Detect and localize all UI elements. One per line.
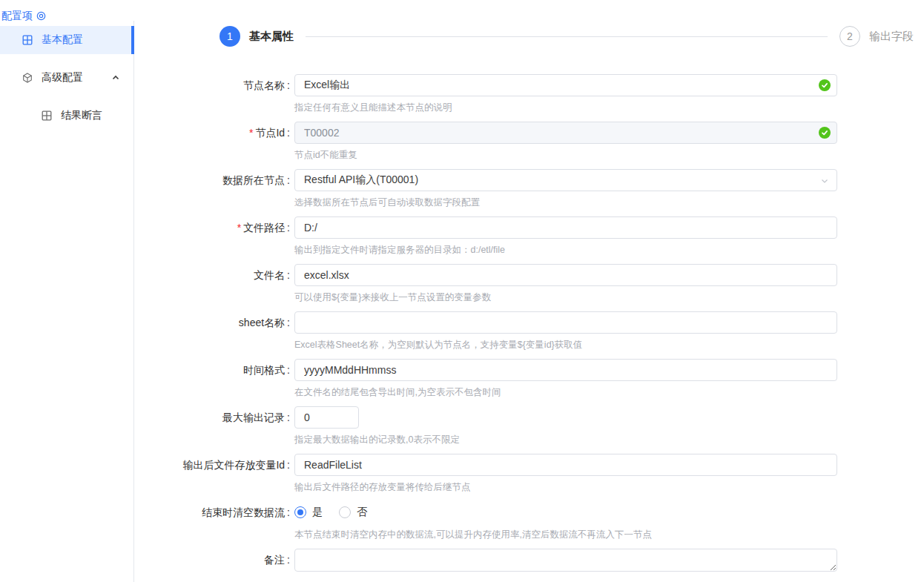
step-2-circle[interactable]: 2 bbox=[839, 26, 860, 47]
step-1-circle[interactable]: 1 bbox=[220, 26, 240, 47]
sidebar-item-advanced-config[interactable]: 高级配置 bbox=[0, 64, 134, 92]
form-row-sheet-name: sheet名称:Excel表格Sheet名称，为空则默认为节点名，支持变量${变… bbox=[134, 311, 924, 351]
input-wrap bbox=[294, 122, 837, 144]
form-row-node-id: *节点Id:节点id不能重复 bbox=[134, 122, 924, 162]
field-control: 指定最大数据输出的记录数,0表示不限定 bbox=[294, 406, 837, 446]
field-hint: Excel表格Sheet名称，为空则默认为节点名，支持变量${变量id}获取值 bbox=[294, 339, 837, 351]
field-label-text: 时间格式 bbox=[243, 364, 285, 376]
main-panel: 1基本属性2输出字段 节点名称:指定任何有意义且能描述本节点的说明*节点Id:节… bbox=[134, 0, 924, 582]
form-row-node-name: 节点名称:指定任何有意义且能描述本节点的说明 bbox=[134, 74, 924, 114]
field-label: 最大输出记录: bbox=[134, 406, 294, 446]
target-icon bbox=[36, 11, 46, 21]
file-name-input[interactable] bbox=[294, 264, 837, 286]
field-label-text: 数据所在节点 bbox=[222, 174, 285, 186]
label-colon: : bbox=[287, 127, 290, 139]
field-control bbox=[294, 549, 837, 574]
file-path-input[interactable] bbox=[294, 216, 837, 239]
field-label: *节点Id: bbox=[134, 122, 294, 162]
clear-stream-radio-1[interactable]: 否 bbox=[339, 506, 367, 519]
field-control: Restful API输入(T00001)选择数据所在节点后可自动读取数据字段配… bbox=[294, 169, 837, 209]
required-asterisk: * bbox=[237, 222, 241, 234]
sidebar: 配置项 基本配置高级配置结果断言 bbox=[0, 0, 134, 582]
input-wrap bbox=[294, 406, 359, 429]
field-label: 备注: bbox=[134, 549, 294, 574]
field-label-text: 节点名称 bbox=[243, 79, 285, 91]
field-label: 时间格式: bbox=[134, 359, 294, 399]
field-label: 数据所在节点: bbox=[134, 169, 294, 209]
field-label-text: 输出后文件存放变量Id bbox=[182, 459, 285, 471]
field-control: 在文件名的结尾包含导出时间,为空表示不包含时间 bbox=[294, 359, 837, 399]
field-control: 输出后文件路径的存放变量将传给后继节点 bbox=[294, 454, 837, 494]
form-row-max-records: 最大输出记录:指定最大数据输出的记录数,0表示不限定 bbox=[134, 406, 924, 446]
field-label-text: 文件名 bbox=[254, 269, 285, 281]
config-form: 节点名称:指定任何有意义且能描述本节点的说明*节点Id:节点id不能重复数据所在… bbox=[134, 74, 924, 574]
cube-icon bbox=[22, 73, 33, 83]
node-id-input[interactable] bbox=[294, 122, 837, 144]
clear-stream-radio-0[interactable]: 是 bbox=[294, 506, 323, 519]
required-asterisk: * bbox=[249, 127, 253, 139]
check-circle-icon bbox=[819, 127, 831, 139]
form-row-time-format: 时间格式:在文件名的结尾包含导出时间,为空表示不包含时间 bbox=[134, 359, 924, 399]
step-2-label[interactable]: 输出字段 bbox=[869, 30, 914, 44]
label-colon: : bbox=[287, 364, 290, 376]
radio-label: 否 bbox=[357, 506, 367, 519]
node-name-input[interactable] bbox=[294, 74, 837, 96]
grid-icon bbox=[42, 110, 52, 121]
field-label: *文件路径: bbox=[134, 216, 294, 257]
form-row-file-name: 文件名:可以使用${变量}来接收上一节点设置的变量参数 bbox=[134, 264, 924, 304]
field-hint: 在文件名的结尾包含导出时间,为空表示不包含时间 bbox=[294, 386, 837, 399]
data-node-select[interactable]: Restful API输入(T00001) bbox=[294, 169, 837, 191]
field-hint: 节点id不能重复 bbox=[294, 149, 837, 162]
form-row-clear-stream: 结束时清空数据流:是否本节点结束时清空内存中的数据流,可以提升内存使用率,清空后… bbox=[134, 501, 924, 541]
field-hint: 指定最大数据输出的记录数,0表示不限定 bbox=[294, 434, 837, 446]
label-colon: : bbox=[287, 317, 290, 328]
sidebar-item-label: 基本配置 bbox=[42, 33, 83, 47]
form-row-data-node: 数据所在节点:Restful API输入(T00001)选择数据所在节点后可自动… bbox=[134, 169, 924, 209]
radio-circle bbox=[294, 506, 306, 518]
field-hint: 输出到指定文件时请指定服务器的目录如：d:/etl/file bbox=[294, 244, 837, 257]
grid-icon bbox=[22, 35, 33, 45]
label-colon: : bbox=[287, 269, 290, 281]
field-label: 文件名: bbox=[134, 264, 294, 304]
field-label-text: 最大输出记录 bbox=[222, 411, 285, 423]
output-var-input[interactable] bbox=[294, 454, 837, 476]
clear-stream-radio-group: 是否 bbox=[294, 501, 837, 523]
field-control: 可以使用${变量}来接收上一节点设置的变量参数 bbox=[294, 264, 837, 304]
input-wrap bbox=[294, 216, 837, 239]
field-hint: 输出后文件路径的存放变量将传给后继节点 bbox=[294, 481, 837, 494]
field-hint: 可以使用${变量}来接收上一节点设置的变量参数 bbox=[294, 291, 837, 304]
sheet-name-input[interactable] bbox=[294, 311, 837, 334]
input-wrap bbox=[294, 454, 837, 476]
form-row-file-path: *文件路径:输出到指定文件时请指定服务器的目录如：d:/etl/file bbox=[134, 216, 924, 257]
sidebar-item-result-assert[interactable]: 结果断言 bbox=[0, 102, 134, 130]
form-row-remark: 备注: bbox=[134, 549, 924, 574]
form-row-output-var: 输出后文件存放变量Id:输出后文件路径的存放变量将传给后继节点 bbox=[134, 454, 924, 494]
field-hint: 指定任何有意义且能描述本节点的说明 bbox=[294, 102, 837, 114]
active-indicator-bar bbox=[131, 26, 134, 54]
sidebar-item-basic-config[interactable]: 基本配置 bbox=[0, 26, 134, 54]
field-hint: 选择数据所在节点后可自动读取数据字段配置 bbox=[294, 196, 837, 209]
sidebar-item-label: 结果断言 bbox=[61, 109, 102, 122]
label-colon: : bbox=[287, 506, 290, 518]
chevron-up-icon[interactable] bbox=[112, 74, 119, 82]
max-records-input[interactable] bbox=[294, 406, 359, 429]
input-wrap bbox=[294, 359, 837, 381]
radio-circle bbox=[339, 506, 351, 518]
time-format-input[interactable] bbox=[294, 359, 837, 381]
input-wrap bbox=[294, 311, 837, 334]
step-1-label[interactable]: 基本属性 bbox=[249, 30, 294, 44]
field-control: 输出到指定文件时请指定服务器的目录如：d:/etl/file bbox=[294, 216, 837, 257]
sidebar-nav: 基本配置高级配置结果断言 bbox=[0, 26, 134, 130]
label-colon: : bbox=[287, 79, 290, 91]
remark-textarea[interactable] bbox=[294, 549, 837, 572]
select-value: Restful API输入(T00001) bbox=[304, 173, 418, 187]
field-control: 指定任何有意义且能描述本节点的说明 bbox=[294, 74, 837, 114]
sidebar-title: 配置项 bbox=[1, 8, 134, 23]
steps-bar: 1基本属性2输出字段 bbox=[220, 26, 914, 47]
label-colon: : bbox=[287, 411, 290, 423]
field-label: 结束时清空数据流: bbox=[134, 501, 294, 541]
field-label-text: 结束时清空数据流 bbox=[202, 506, 285, 518]
field-hint: 本节点结束时清空内存中的数据流,可以提升内存使用率,清空后数据流不再流入下一节点 bbox=[294, 529, 837, 541]
field-label: 输出后文件存放变量Id: bbox=[134, 454, 294, 494]
label-colon: : bbox=[287, 554, 290, 566]
